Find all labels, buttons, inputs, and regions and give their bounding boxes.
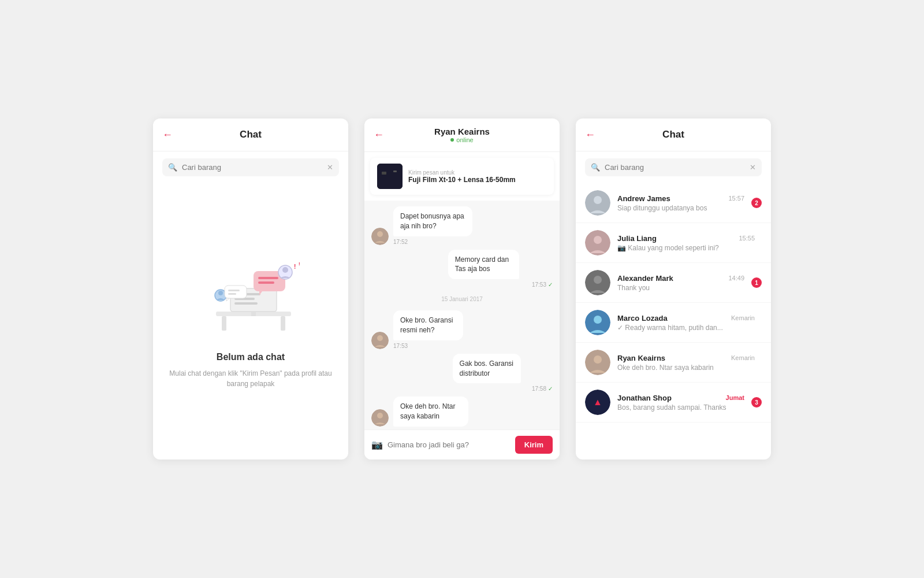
svg-point-37 bbox=[594, 236, 602, 244]
contact-name: Julia Liang bbox=[617, 234, 657, 243]
svg-rect-20 bbox=[228, 293, 236, 295]
back-button-2[interactable]: ← bbox=[374, 129, 384, 141]
contact-body: Ryan Keairns Kemarin Oke deh bro. Ntar s… bbox=[617, 354, 755, 372]
svg-text:▲: ▲ bbox=[593, 397, 602, 407]
svg-rect-18 bbox=[225, 286, 247, 298]
contact-time: 15:57 bbox=[728, 195, 744, 202]
contact-time: Jumat bbox=[726, 394, 744, 401]
back-button-3[interactable]: ← bbox=[585, 129, 595, 141]
contact-message: Thank you bbox=[617, 284, 744, 292]
unread-badge: 2 bbox=[751, 198, 762, 208]
search-input-3[interactable] bbox=[605, 163, 745, 172]
input-area: 📷 Kirim bbox=[364, 429, 560, 460]
search-icon-1: 🔍 bbox=[168, 163, 177, 172]
msg-avatar bbox=[371, 409, 389, 427]
contact-item[interactable]: Andrew James 15:57 Siap ditunggu updatan… bbox=[576, 183, 771, 223]
svg-rect-19 bbox=[228, 290, 240, 291]
product-image bbox=[377, 164, 403, 189]
contact-item[interactable]: Ryan Keairns Kemarin Oke deh bro. Ntar s… bbox=[576, 343, 771, 383]
contact-avatar bbox=[585, 230, 610, 255]
svg-rect-6 bbox=[234, 302, 258, 305]
svg-point-31 bbox=[377, 335, 383, 341]
svg-rect-22 bbox=[377, 164, 403, 189]
contact-name: Jonathan Shop bbox=[617, 394, 672, 402]
svg-text:!: ! bbox=[299, 261, 300, 266]
check-icon: ✓ bbox=[548, 281, 553, 288]
search-bar-3: 🔍 ✕ bbox=[585, 158, 762, 176]
chat-header: ← Ryan Keairns online bbox=[364, 118, 560, 152]
contact-name: Andrew James bbox=[617, 194, 670, 203]
contact-item[interactable]: Marco Lozada Kemarin ✓ Ready warna hitam… bbox=[576, 303, 771, 343]
contact-avatar bbox=[585, 190, 610, 216]
send-button[interactable]: Kirim bbox=[515, 436, 553, 454]
messages-area: Dapet bonusnya apa aja nih bro? 17:52 Me… bbox=[364, 201, 560, 429]
svg-point-33 bbox=[377, 413, 383, 418]
search-icon-3: 🔍 bbox=[591, 163, 600, 172]
contact-message: Oke deh bro. Ntar saya kabarin bbox=[617, 364, 755, 372]
svg-marker-21 bbox=[226, 298, 229, 301]
contact-avatar bbox=[585, 350, 610, 375]
message-bubble: Dapet bonusnya apa aja nih bro? 17:52 bbox=[393, 206, 509, 245]
message-row: Oke bro. Garansi resmi neh? 17:53 bbox=[371, 310, 553, 349]
panel1-title: Chat bbox=[240, 129, 262, 140]
message-bubble: Oke bro. Garansi resmi neh? 17:53 bbox=[393, 310, 496, 349]
unread-badge: 1 bbox=[751, 277, 762, 288]
svg-rect-10 bbox=[258, 281, 274, 284]
msg-avatar bbox=[371, 332, 389, 349]
check-icon: ✓ bbox=[548, 386, 553, 392]
contact-body: Marco Lozada Kemarin ✓ Ready warna hitam… bbox=[617, 314, 755, 332]
message-bubble: Gak bos. Garansi distributor 17:58 ✓ bbox=[453, 354, 553, 392]
message-row: Dapet bonusnya apa aja nih bro? 17:52 bbox=[371, 206, 553, 245]
svg-point-17 bbox=[218, 291, 223, 295]
panel3-header: ← Chat bbox=[576, 118, 771, 151]
message-row: Memory card dan Tas aja bos 17:53 ✓ bbox=[371, 250, 553, 288]
date-divider: 15 Januari 2017 bbox=[371, 296, 553, 302]
contact-message: ✓ Ready warna hitam, putih dan... bbox=[617, 324, 755, 332]
message-bubble: Memory card dan Tas aja bos 17:53 ✓ bbox=[448, 250, 553, 288]
product-name: Fuji Film Xt-10 + Lensa 16-50mm bbox=[408, 176, 547, 184]
svg-point-43 bbox=[594, 355, 602, 364]
svg-rect-27 bbox=[393, 171, 397, 172]
contact-avatar bbox=[585, 310, 610, 335]
message-row: Oke deh bro. Ntar saya kabarin bbox=[371, 397, 553, 427]
camera-icon[interactable]: 📷 bbox=[371, 439, 383, 450]
svg-point-13 bbox=[282, 267, 288, 273]
search-clear-3[interactable]: ✕ bbox=[750, 163, 756, 172]
svg-rect-26 bbox=[382, 172, 386, 175]
contact-item[interactable]: Alexander Mark 14:49 Thank you 1 bbox=[576, 263, 771, 303]
svg-point-41 bbox=[594, 316, 602, 324]
contact-avatar: ▲ bbox=[585, 390, 610, 415]
contact-message: 📷 Kalau yang model seperti ini? bbox=[617, 244, 755, 252]
message-input[interactable] bbox=[388, 440, 511, 449]
svg-rect-2 bbox=[281, 316, 285, 331]
msg-avatar bbox=[371, 228, 389, 245]
contact-body: Jonathan Shop Jumat Bos, barang sudah sa… bbox=[617, 394, 744, 412]
contact-name: Ryan Keairns bbox=[617, 354, 665, 362]
svg-rect-9 bbox=[258, 277, 278, 279]
contact-message: Bos, barang sudah sampai. Thanks bbox=[617, 403, 744, 412]
search-clear-1[interactable]: ✕ bbox=[327, 163, 333, 172]
svg-rect-7 bbox=[251, 312, 256, 316]
contact-message: Siap ditunggu updatanya bos bbox=[617, 204, 744, 212]
panel-conversation: ← Ryan Keairns online Kirim pesan untuk … bbox=[364, 118, 560, 460]
chat-header-info: Ryan Keairns online bbox=[434, 127, 490, 143]
contact-body: Alexander Mark 14:49 Thank you bbox=[617, 274, 744, 292]
svg-text:!: ! bbox=[294, 264, 296, 270]
contact-name: Alexander Mark bbox=[617, 274, 673, 283]
panel1-header: ← Chat bbox=[153, 118, 348, 151]
message-bubble: Oke deh bro. Ntar saya kabarin bbox=[393, 397, 504, 427]
status-dot bbox=[450, 138, 454, 142]
contact-body: Andrew James 15:57 Siap ditunggu updatan… bbox=[617, 194, 744, 212]
panel-empty-chat: ← Chat 🔍 ✕ bbox=[153, 118, 348, 460]
contact-item[interactable]: ▲ Jonathan Shop Jumat Bos, barang sudah … bbox=[576, 383, 771, 423]
contact-item[interactable]: Julia Liang 15:55 📷 Kalau yang model sep… bbox=[576, 223, 771, 263]
search-input-1[interactable] bbox=[182, 163, 322, 172]
search-bar-1: 🔍 ✕ bbox=[162, 158, 339, 176]
empty-state: ! ! Belum ada chat Mulai chat dengan kli… bbox=[153, 183, 348, 460]
back-button-1[interactable]: ← bbox=[162, 129, 173, 141]
contact-avatar bbox=[585, 270, 610, 295]
unread-badge: 3 bbox=[751, 397, 762, 407]
contact-list: Andrew James 15:57 Siap ditunggu updatan… bbox=[576, 183, 771, 460]
svg-point-35 bbox=[594, 196, 602, 204]
panel3-title: Chat bbox=[662, 129, 684, 140]
